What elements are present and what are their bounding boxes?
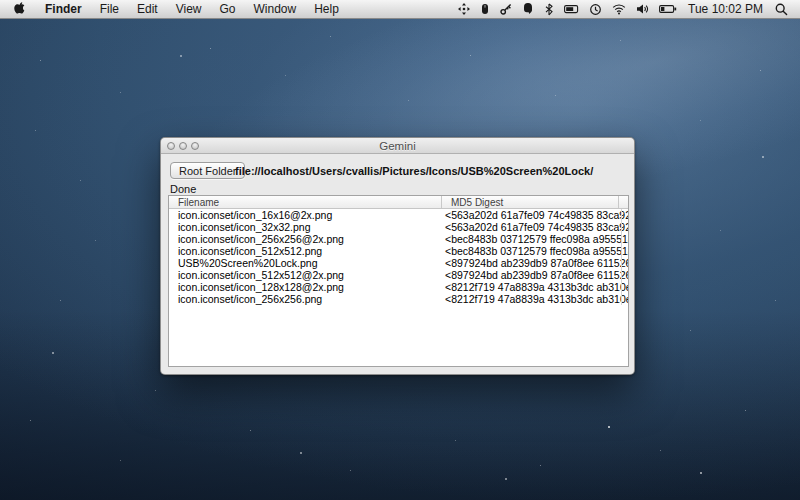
menu-item-finder[interactable]: Finder (36, 0, 91, 18)
table-row[interactable]: icon.iconset/icon_128x128@2x.png <8212f7… (169, 281, 628, 293)
menu-item-window[interactable]: Window (245, 0, 306, 18)
table-row[interactable]: icon.iconset/icon_256x256.png <8212f719 … (169, 293, 628, 305)
menu-bar-clock[interactable]: Tue 10:02 PM (682, 0, 771, 19)
menu-bar: Finder File Edit View Go Window Help (0, 0, 800, 19)
table-row[interactable]: icon.iconset/icon_512x512.png <bec8483b … (169, 245, 628, 257)
menu-bar-left: Finder File Edit View Go Window Help (0, 0, 348, 18)
keyboard-battery-icon[interactable] (559, 0, 584, 18)
cell-filename: icon.iconset/icon_128x128@2x.png (169, 281, 442, 293)
column-header-filename[interactable]: Filename (169, 196, 442, 208)
column-header-end (619, 196, 628, 208)
cell-md5: <897924bd ab239db9 87a0f8ee 611526c5> (442, 269, 628, 281)
evernote-icon[interactable] (517, 0, 539, 18)
apple-menu[interactable] (0, 0, 36, 18)
title-bar[interactable]: Gemini (161, 138, 634, 154)
table-row[interactable]: icon.iconset/icon_32x32.png <563a202d 61… (169, 221, 628, 233)
cell-filename: icon.iconset/icon_256x256.png (169, 293, 442, 305)
table-row[interactable]: icon.iconset/icon_16x16@2x.png <563a202d… (169, 209, 628, 221)
cell-md5: <bec8483b 03712579 ffec098a a9555180> (442, 245, 628, 257)
spotlight-icon[interactable] (771, 0, 800, 18)
cell-md5: <897924bd ab239db9 87a0f8ee 611526c5> (442, 257, 628, 269)
cell-filename: icon.iconset/icon_512x512.png (169, 245, 442, 257)
status-label: Done (170, 183, 196, 195)
table-row[interactable]: USB%20Screen%20Lock.png <897924bd ab239d… (169, 257, 628, 269)
menu-item-go[interactable]: Go (211, 0, 245, 18)
column-divider (621, 209, 622, 305)
menu-item-help[interactable]: Help (305, 0, 348, 18)
table-header: Filename MD5 Digest (169, 196, 628, 209)
mouse-icon[interactable] (475, 0, 495, 18)
window-title: Gemini (161, 138, 634, 154)
cell-md5: <563a202d 61a7fe09 74c49835 83ca92e1> (442, 221, 628, 233)
cell-md5: <8212f719 47a8839a 4313b3dc ab310e39> (442, 293, 628, 305)
bluetooth-icon[interactable] (539, 0, 559, 18)
cell-md5: <bec8483b 03712579 ffec098a a9555180> (442, 233, 628, 245)
volume-icon[interactable] (631, 0, 654, 18)
arrows-cross-icon[interactable] (453, 0, 475, 18)
time-machine-icon[interactable] (584, 0, 607, 18)
menu-item-file[interactable]: File (91, 0, 128, 18)
key-icon[interactable] (495, 0, 517, 18)
cell-md5: <8212f719 47a8839a 4313b3dc ab310e39> (442, 281, 628, 293)
wifi-icon[interactable] (607, 0, 631, 18)
gemini-window: Gemini Root Folder file://localhost/User… (160, 137, 635, 375)
cell-md5: <563a202d 61a7fe09 74c49835 83ca92e1> (442, 209, 628, 221)
table-row[interactable]: icon.iconset/icon_256x256@2x.png <bec848… (169, 233, 628, 245)
table-row[interactable]: icon.iconset/icon_512x512@2x.png <897924… (169, 269, 628, 281)
menu-bar-status-area: Tue 10:02 PM (453, 0, 800, 18)
column-header-md5[interactable]: MD5 Digest (442, 196, 619, 208)
cell-filename: icon.iconset/icon_256x256@2x.png (169, 233, 442, 245)
cell-filename: icon.iconset/icon_512x512@2x.png (169, 269, 442, 281)
cell-filename: icon.iconset/icon_16x16@2x.png (169, 209, 442, 221)
battery-icon[interactable] (654, 0, 682, 18)
folder-path: file://localhost/Users/cvallis/Pictures/… (235, 165, 593, 177)
apple-logo-icon (14, 1, 26, 18)
cell-filename: icon.iconset/icon_32x32.png (169, 221, 442, 233)
md5-table: Filename MD5 Digest icon.iconset/icon_16… (168, 195, 629, 367)
menu-item-view[interactable]: View (167, 0, 211, 18)
cell-filename: USB%20Screen%20Lock.png (169, 257, 442, 269)
table-body: icon.iconset/icon_16x16@2x.png <563a202d… (169, 209, 628, 305)
menu-item-edit[interactable]: Edit (128, 0, 167, 18)
